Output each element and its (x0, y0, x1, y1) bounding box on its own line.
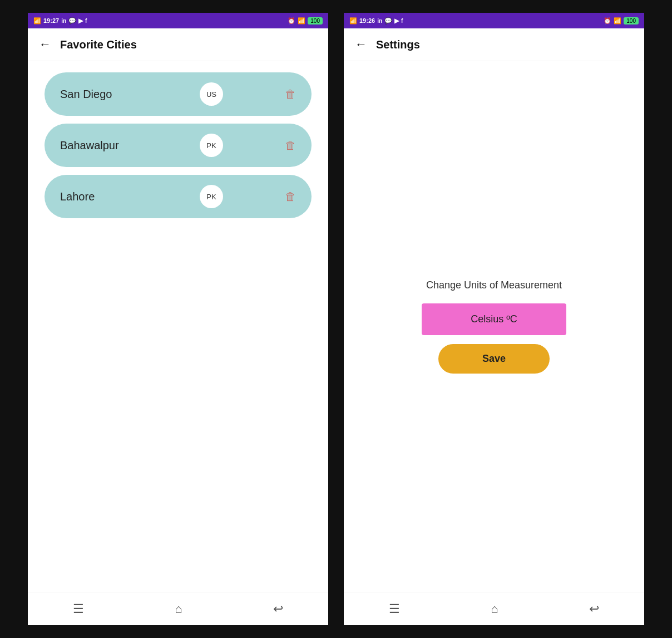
delete-button[interactable]: 🗑 (285, 88, 296, 101)
page-title: Settings (376, 38, 420, 51)
wifi-icon: 📶 (614, 17, 621, 24)
bottom-nav-left: ☰ ⌂ ↩ (28, 592, 328, 625)
status-bar-left: 📶 19:27 in 💬 ▶ f ⏰ 📶 100 (28, 13, 328, 28)
home-icon[interactable]: ⌂ (491, 602, 498, 616)
signal-icon: 📶 (349, 17, 357, 24)
alarm-icon: ⏰ (604, 17, 611, 24)
bottom-nav-right: ☰ ⌂ ↩ (344, 592, 644, 625)
page-title: Favorite Cities (60, 38, 137, 51)
city-card-bahawalpur[interactable]: Bahawalpur PK 🗑 (45, 124, 312, 167)
status-time: 19:26 (359, 17, 375, 24)
status-left: 📶 19:26 in 💬 ▶ f (349, 17, 403, 24)
youtube-icon: ▶ (394, 17, 399, 24)
save-button[interactable]: Save (438, 344, 550, 374)
menu-icon[interactable]: ☰ (73, 602, 84, 616)
city-name: Lahore (60, 190, 138, 203)
whatsapp-icon: 💬 (384, 17, 392, 24)
left-phone: 📶 19:27 in 💬 ▶ f ⏰ 📶 100 ← Favorite Citi… (28, 13, 328, 625)
linkedin-icon: in (377, 18, 382, 24)
city-card-lahore[interactable]: Lahore PK 🗑 (45, 175, 312, 218)
delete-button[interactable]: 🗑 (285, 139, 296, 152)
delete-button[interactable]: 🗑 (285, 190, 296, 203)
whatsapp-icon: 💬 (68, 17, 76, 24)
alarm-icon: ⏰ (288, 17, 295, 24)
status-bar-right: 📶 19:26 in 💬 ▶ f ⏰ 📶 100 (344, 13, 644, 28)
celsius-button[interactable]: Celsius ºC (422, 303, 566, 335)
battery-icon: 100 (308, 17, 323, 24)
facebook-icon: f (401, 18, 403, 24)
right-phone: 📶 19:26 in 💬 ▶ f ⏰ 📶 100 ← Settings Chan… (344, 13, 644, 625)
status-left: 📶 19:27 in 💬 ▶ f (33, 17, 87, 24)
facebook-icon: f (85, 18, 87, 24)
city-name: Bahawalpur (60, 139, 138, 152)
back-nav-icon[interactable]: ↩ (273, 602, 283, 616)
cities-list: San Diego US 🗑 Bahawalpur PK 🗑 Lahore PK… (28, 61, 328, 592)
back-button[interactable]: ← (39, 37, 51, 52)
right-header: ← Settings (344, 28, 644, 61)
settings-content: Change Units of Measurement Celsius ºC S… (344, 61, 644, 592)
country-badge: PK (200, 134, 223, 157)
battery-icon: 100 (624, 17, 639, 24)
signal-icon: 📶 (33, 17, 41, 24)
status-right: ⏰ 📶 100 (288, 17, 323, 24)
youtube-icon: ▶ (78, 17, 83, 24)
status-time: 19:27 (43, 17, 59, 24)
menu-icon[interactable]: ☰ (389, 602, 400, 616)
city-card-sandiego[interactable]: San Diego US 🗑 (45, 72, 312, 116)
wifi-icon: 📶 (298, 17, 305, 24)
country-badge: US (200, 82, 223, 106)
back-button[interactable]: ← (355, 37, 367, 52)
back-nav-icon[interactable]: ↩ (589, 602, 599, 616)
settings-label: Change Units of Measurement (426, 279, 562, 291)
city-name: San Diego (60, 88, 138, 101)
left-header: ← Favorite Cities (28, 28, 328, 61)
country-badge: PK (200, 185, 223, 208)
linkedin-icon: in (61, 18, 66, 24)
home-icon[interactable]: ⌂ (175, 602, 182, 616)
status-right: ⏰ 📶 100 (604, 17, 639, 24)
